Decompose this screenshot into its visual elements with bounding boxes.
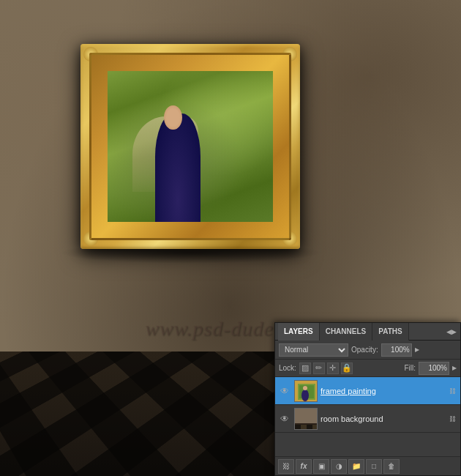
layer-style-button[interactable]: fx [296, 459, 312, 474]
opacity-label: Opacity: [351, 346, 378, 354]
new-layer-button[interactable]: □ [366, 459, 382, 474]
svg-rect-11 [312, 425, 318, 430]
layer-eye-room-background[interactable]: 👁 [278, 412, 291, 425]
panel-tabs: LAYERS CHANNELS PATHS ◀▶ [275, 323, 460, 341]
link-layers-button[interactable]: ⛓ [278, 459, 294, 474]
lock-label: Lock: [279, 364, 296, 372]
layers-panel: LAYERS CHANNELS PATHS ◀▶ Normal Opacity:… [274, 322, 461, 476]
layer-thumb-room-background [294, 408, 318, 430]
lock-transparency-icon[interactable]: ▨ [299, 362, 311, 374]
blend-mode-row: Normal Opacity: ▶ [275, 341, 460, 360]
layer-name-room-background: room background [321, 414, 444, 423]
delete-layer-button[interactable]: 🗑 [383, 459, 400, 474]
opacity-arrow: ▶ [415, 346, 419, 353]
lock-icons: ▨ ✏ ✛ 🔒 [299, 362, 402, 374]
layer-link-icon-framed-painting: ⛓ [447, 386, 457, 396]
svg-rect-8 [295, 425, 301, 430]
layer-thumb-framed-painting [294, 380, 318, 402]
canvas-area: www.psd-dude.com LAYERS CHANNELS PATHS ◀… [0, 0, 461, 476]
layer-eye-framed-painting[interactable]: 👁 [278, 384, 291, 398]
tab-channels[interactable]: CHANNELS [320, 323, 373, 341]
lock-all-icon[interactable]: 🔒 [341, 362, 353, 374]
painting-image [108, 71, 273, 222]
opacity-input[interactable] [381, 343, 412, 357]
layers-list: 👁 framed painting ⛓ 👁 [275, 377, 460, 456]
add-mask-button[interactable]: ▣ [313, 459, 329, 474]
tab-layers[interactable]: LAYERS [278, 323, 320, 341]
lock-position-icon[interactable]: ✛ [327, 362, 339, 374]
lock-row: Lock: ▨ ✏ ✛ 🔒 Fill: ▶ [275, 360, 460, 377]
panel-toolbar: ⛓ fx ▣ ◑ 📁 □ 🗑 [275, 456, 460, 475]
painting-figure [132, 86, 223, 222]
fill-arrow: ▶ [452, 365, 457, 371]
svg-rect-10 [307, 425, 312, 430]
fill-input[interactable] [419, 362, 449, 375]
svg-rect-6 [295, 409, 318, 423]
lock-paint-icon[interactable]: ✏ [313, 362, 325, 374]
panel-collapse-button[interactable]: ◀▶ [446, 326, 457, 338]
svg-point-4 [303, 386, 307, 390]
group-layers-button[interactable]: 📁 [348, 459, 364, 474]
gold-frame-outer [80, 44, 300, 249]
fill-label: Fill: [404, 364, 416, 372]
adjustment-layer-button[interactable]: ◑ [331, 459, 347, 474]
svg-point-3 [301, 390, 309, 401]
tab-paths[interactable]: PATHS [372, 323, 408, 341]
svg-rect-9 [301, 425, 307, 430]
woman-head [164, 105, 182, 130]
layer-item-room-background[interactable]: 👁 room background ⛓ [275, 405, 460, 433]
layer-link-icon-room-background: ⛓ [447, 414, 457, 424]
woman-dress [155, 114, 200, 222]
layer-name-framed-painting: framed painting [321, 387, 444, 395]
layer-item-framed-painting[interactable]: 👁 framed painting ⛓ [275, 377, 460, 405]
picture-frame [80, 44, 300, 249]
blend-mode-select[interactable]: Normal [279, 343, 348, 357]
gold-frame-inner [89, 53, 291, 240]
